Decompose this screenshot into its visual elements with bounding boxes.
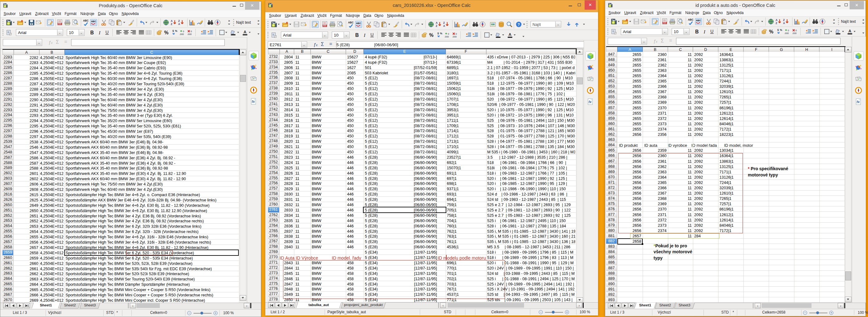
svg-text:%: %: [440, 32, 442, 35]
svg-text:0: 0: [456, 32, 457, 35]
svg-text:B: B: [90, 30, 94, 35]
svg-text:.000: .000: [179, 33, 184, 36]
svg-text:I: I: [98, 30, 100, 35]
svg-text:$: $: [438, 32, 439, 35]
svg-text:ABC: ABC: [696, 19, 701, 22]
svg-text:?: ?: [518, 23, 520, 27]
svg-text:.000: .000: [187, 33, 192, 36]
svg-text:Z: Z: [783, 19, 785, 22]
svg-text:%: %: [429, 32, 434, 38]
svg-text:B: B: [695, 29, 699, 34]
svg-text:ABC: ABC: [356, 22, 362, 25]
svg-text:Z: Z: [178, 20, 180, 23]
svg-text:0: 0: [183, 30, 184, 33]
svg-text:»: »: [257, 19, 259, 23]
svg-text:0: 0: [796, 29, 797, 32]
svg-text:$: $: [777, 29, 779, 32]
svg-text:I: I: [703, 29, 705, 34]
svg-text:0: 0: [191, 30, 192, 33]
svg-text:Z: Z: [776, 22, 777, 25]
svg-text:%: %: [780, 29, 782, 32]
svg-text:%: %: [175, 30, 178, 32]
svg-text:A: A: [443, 25, 445, 27]
svg-text:Z: Z: [436, 25, 437, 27]
svg-text:.000: .000: [784, 32, 788, 35]
svg-text:PDF: PDF: [323, 25, 327, 27]
svg-text:A: A: [171, 20, 173, 23]
svg-text:»: »: [833, 18, 835, 22]
svg-text:fx: fx: [857, 100, 860, 104]
svg-text:U: U: [710, 29, 713, 34]
svg-text:ABC: ABC: [348, 21, 353, 24]
svg-text:A: A: [776, 19, 777, 22]
svg-text:0: 0: [447, 32, 449, 35]
svg-text:»: »: [228, 19, 230, 23]
svg-text:.000: .000: [452, 35, 457, 38]
svg-text:ABC: ABC: [91, 20, 96, 23]
svg-text:PDF: PDF: [58, 23, 62, 25]
svg-text:PDF: PDF: [663, 22, 667, 24]
svg-text:A: A: [244, 30, 247, 34]
svg-text:A: A: [783, 22, 785, 25]
svg-text:U: U: [371, 32, 374, 37]
svg-text:Z: Z: [443, 22, 445, 24]
svg-text:ABC: ABC: [83, 19, 88, 22]
svg-text:fx: fx: [589, 100, 592, 104]
svg-text:B: B: [355, 32, 359, 38]
svg-text:Z: Z: [171, 23, 172, 26]
svg-text:A: A: [849, 29, 851, 33]
svg-text:ABC: ABC: [688, 19, 693, 21]
svg-text:%: %: [769, 29, 773, 34]
svg-text:A: A: [509, 32, 512, 37]
svg-text:%: %: [164, 30, 168, 35]
svg-text:0: 0: [787, 29, 789, 32]
svg-text:I: I: [363, 32, 366, 38]
svg-text:.000: .000: [792, 32, 797, 35]
svg-text:U: U: [105, 30, 108, 35]
svg-text:.000: .000: [444, 35, 448, 38]
svg-text:A: A: [178, 23, 180, 26]
svg-text:fx: fx: [252, 99, 255, 104]
svg-text:A: A: [436, 22, 438, 24]
svg-text:$: $: [173, 30, 174, 32]
svg-text:»: »: [862, 18, 864, 22]
